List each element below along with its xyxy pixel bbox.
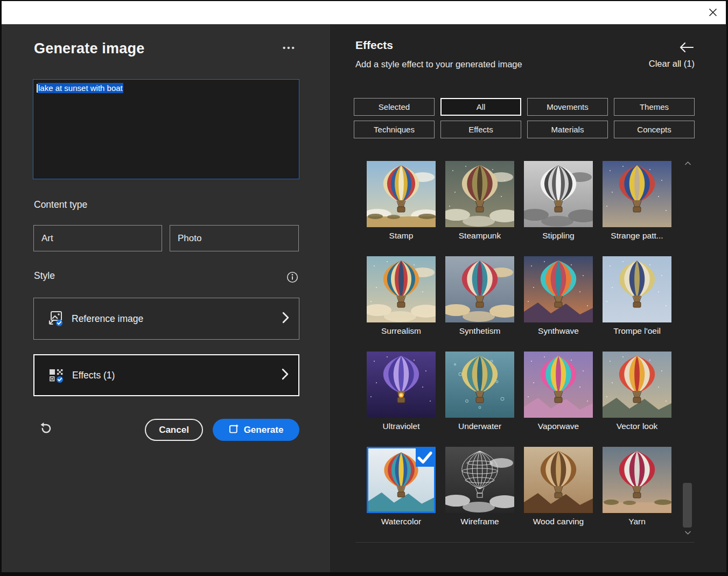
effect-card-watercolor[interactable]: Watercolor <box>367 447 436 542</box>
scroll-up-icon[interactable] <box>683 161 692 167</box>
effect-label: Vector look <box>603 422 671 431</box>
effect-label: Synthetism <box>445 326 514 336</box>
effect-label: Synthwave <box>524 326 593 336</box>
generate-image-dialog: Generate image ••• lake at sunset with b… <box>0 0 728 576</box>
prompt-selected-text: lake at sunset with boat <box>38 83 123 93</box>
effect-thumbnail-steampunk <box>445 161 514 227</box>
effects-subtitle: Add a style effect to your generated ima… <box>355 59 522 69</box>
close-button[interactable] <box>706 6 719 19</box>
scroll-down-icon[interactable] <box>683 530 692 537</box>
reset-button[interactable] <box>36 419 54 439</box>
page-title: Generate image <box>34 40 144 57</box>
effect-thumbnail-watercolor <box>367 447 436 513</box>
effect-thumbnail-synthetism <box>445 256 514 322</box>
effect-card-yarn[interactable]: Yarn <box>603 447 671 542</box>
effects-grid: StampSteampunkStipplingStrange patt...Su… <box>367 161 671 542</box>
scrollbar-thumb[interactable] <box>683 483 692 528</box>
effect-label: Wood carving <box>524 517 593 526</box>
effect-card-vaporwave[interactable]: Vaporwave <box>524 352 593 447</box>
filter-movements[interactable]: Movements <box>527 98 608 116</box>
effects-row[interactable]: Effects (1) <box>33 354 299 396</box>
effect-card-synthetism[interactable]: Synthetism <box>445 256 514 352</box>
effects-title: Effects <box>355 39 393 52</box>
effect-label: Wireframe <box>445 517 514 526</box>
clear-all-button[interactable]: Clear all (1) <box>649 59 695 69</box>
content-type-art-button[interactable]: Art <box>33 225 162 251</box>
effect-thumbnail-wood-carving <box>524 447 593 513</box>
effect-label: Stippling <box>524 231 593 241</box>
effect-card-strange-patt[interactable]: Strange patt... <box>603 161 671 256</box>
filter-materials[interactable]: Materials <box>527 121 608 138</box>
generate-label: Generate <box>244 425 284 435</box>
effect-card-vector-look[interactable]: Vector look <box>603 352 671 447</box>
effects-panel: Effects Add a style effect to your gener… <box>330 24 726 572</box>
effect-label: Vaporwave <box>524 422 593 431</box>
cancel-label: Cancel <box>159 425 189 435</box>
effect-label: Surrealism <box>367 326 436 336</box>
effect-thumbnail-wireframe <box>445 447 514 513</box>
cancel-button[interactable]: Cancel <box>145 419 203 441</box>
filter-all[interactable]: All <box>440 98 521 116</box>
effect-label: Steampunk <box>445 231 514 241</box>
check-icon <box>416 448 434 467</box>
effect-card-stippling[interactable]: Stippling <box>524 161 593 256</box>
effect-label: Ultraviolet <box>367 422 436 431</box>
effect-thumbnail-yarn <box>603 447 671 513</box>
style-info-button[interactable] <box>286 271 299 284</box>
effect-card-trompe-l-oeil[interactable]: Trompe l'oeil <box>603 256 671 352</box>
effect-card-synthwave[interactable]: Synthwave <box>524 256 593 352</box>
chevron-right-icon <box>282 312 289 326</box>
effect-thumbnail-surrealism <box>367 256 436 322</box>
art-option-label: Art <box>41 233 53 243</box>
effect-card-surrealism[interactable]: Surrealism <box>367 256 436 352</box>
close-icon <box>708 7 718 19</box>
filter-themes[interactable]: Themes <box>614 98 695 116</box>
ellipsis-icon: ••• <box>283 43 296 52</box>
effect-label: Yarn <box>603 517 671 526</box>
effect-thumbnail-underwater <box>445 352 514 418</box>
effect-label: Watercolor <box>367 517 436 526</box>
generate-sparkle-icon <box>229 424 239 437</box>
reset-icon <box>38 429 52 437</box>
effects-grid-icon <box>47 367 65 384</box>
effect-thumbnail-vaporwave <box>524 352 593 418</box>
effect-thumbnail-trompe-l-oeil <box>603 256 671 322</box>
chevron-right-icon <box>282 368 289 382</box>
back-button[interactable] <box>679 42 694 54</box>
reference-image-row[interactable]: Reference image <box>33 298 299 340</box>
info-circle-icon <box>286 277 298 285</box>
effect-thumbnail-stamp <box>367 161 436 227</box>
filter-selected[interactable]: Selected <box>354 98 435 116</box>
effects-row-label: Effects (1) <box>72 370 115 381</box>
effect-card-ultraviolet[interactable]: Ultraviolet <box>367 352 436 447</box>
content-type-photo-button[interactable]: Photo <box>170 225 299 251</box>
effect-thumbnail-strange-patt <box>603 161 671 227</box>
effect-card-wood-carving[interactable]: Wood carving <box>524 447 593 542</box>
divider <box>355 542 695 543</box>
content-type-label: Content type <box>34 199 87 210</box>
filter-group: SelectedAllMovementsThemesTechniquesEffe… <box>354 98 695 138</box>
scrollbar <box>683 161 692 537</box>
window-titlebar <box>2 1 726 24</box>
filter-techniques[interactable]: Techniques <box>354 121 435 138</box>
effect-label: Trompe l'oeil <box>603 326 671 336</box>
generate-button[interactable]: Generate <box>213 419 299 441</box>
effect-thumbnail-synthwave <box>524 256 593 322</box>
effect-card-stamp[interactable]: Stamp <box>367 161 436 256</box>
effect-card-steampunk[interactable]: Steampunk <box>445 161 514 256</box>
generate-panel: Generate image ••• lake at sunset with b… <box>2 24 330 572</box>
more-options-button[interactable]: ••• <box>279 43 299 53</box>
effect-thumbnail-vector-look <box>603 352 671 418</box>
filter-concepts[interactable]: Concepts <box>614 121 695 138</box>
effect-card-wireframe[interactable]: Wireframe <box>445 447 514 542</box>
prompt-textarea[interactable]: lake at sunset with boat <box>33 79 299 179</box>
effect-card-underwater[interactable]: Underwater <box>445 352 514 447</box>
style-label: Style <box>34 270 55 282</box>
back-arrow-icon <box>680 46 694 54</box>
filter-effects[interactable]: Effects <box>440 121 521 138</box>
effect-thumbnail-ultraviolet <box>367 352 436 418</box>
reference-image-icon <box>47 310 64 327</box>
reference-image-label: Reference image <box>72 313 143 325</box>
effect-label: Underwater <box>445 422 514 431</box>
photo-option-label: Photo <box>178 233 201 243</box>
